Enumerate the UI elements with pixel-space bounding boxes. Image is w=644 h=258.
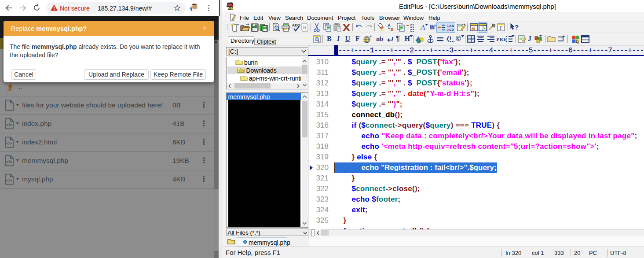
svg-text:AB: AB [449, 24, 454, 28]
svg-text:H: H [303, 25, 307, 30]
svg-text:A: A [388, 23, 391, 28]
svg-text:1: 1 [447, 24, 449, 28]
svg-text:F: F [499, 25, 502, 31]
svg-text:CD: CD [449, 28, 454, 32]
svg-text:B: B [391, 27, 394, 32]
svg-text:</>: </> [6, 123, 12, 127]
svg-text:</>: </> [6, 178, 12, 183]
svg-text:A: A [420, 23, 425, 32]
svg-text:</>: </> [6, 141, 12, 146]
svg-text:W: W [429, 23, 436, 31]
svg-text:2: 2 [447, 28, 449, 32]
svg-text:?: ? [515, 23, 519, 31]
svg-text:</>: </> [6, 160, 12, 164]
